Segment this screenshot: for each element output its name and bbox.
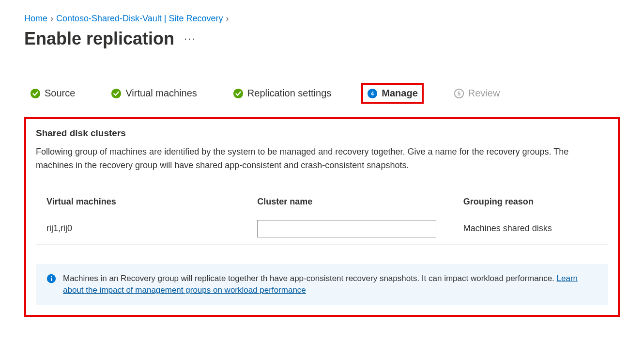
tab-virtual-machines[interactable]: Virtual machines xyxy=(105,83,202,104)
tab-label: Review xyxy=(468,88,500,99)
check-circle-icon xyxy=(30,88,41,99)
clusters-table: Virtual machines Cluster name Grouping r… xyxy=(36,194,608,245)
tab-review[interactable]: 5 Review xyxy=(448,83,506,104)
more-actions-button[interactable]: ··· xyxy=(184,32,196,45)
cell-virtual-machines: rij1,rij0 xyxy=(36,213,253,244)
col-virtual-machines: Virtual machines xyxy=(36,194,253,213)
cell-grouping-reason: Machines shared disks xyxy=(460,213,608,244)
tab-manage[interactable]: 4 Manage xyxy=(361,83,423,104)
svg-point-1 xyxy=(111,88,121,98)
wizard-tabs: Source Virtual machines Replication sett… xyxy=(24,83,620,104)
chevron-right-icon: › xyxy=(50,14,53,24)
svg-rect-8 xyxy=(51,278,52,281)
info-banner: Machines in an Recovery group will repli… xyxy=(36,264,608,305)
info-text: Machines in an Recovery group will repli… xyxy=(63,273,598,297)
tab-replication-settings[interactable]: Replication settings xyxy=(227,83,337,104)
col-cluster-name: Cluster name xyxy=(253,194,460,213)
check-circle-icon xyxy=(111,88,122,99)
breadcrumb-home[interactable]: Home xyxy=(24,14,47,24)
svg-point-0 xyxy=(31,88,40,98)
panel-description: Following group of machines are identifi… xyxy=(36,145,608,172)
svg-rect-9 xyxy=(51,276,52,277)
tab-label: Replication settings xyxy=(247,88,331,99)
chevron-right-icon: › xyxy=(226,14,229,24)
tab-label: Source xyxy=(45,88,75,99)
cluster-name-input[interactable] xyxy=(257,220,436,237)
info-icon xyxy=(46,274,56,283)
svg-text:5: 5 xyxy=(458,90,460,96)
tab-source[interactable]: Source xyxy=(24,83,81,104)
svg-text:4: 4 xyxy=(371,90,374,96)
manage-panel: Shared disk clusters Following group of … xyxy=(24,117,620,317)
svg-point-2 xyxy=(233,88,243,98)
step-number-icon: 4 xyxy=(367,88,378,99)
step-number-icon: 5 xyxy=(454,88,464,99)
breadcrumb: Home › Contoso-Shared-Disk-Vault | Site … xyxy=(24,14,620,24)
check-circle-icon xyxy=(233,88,244,99)
tab-label: Manage xyxy=(382,88,417,99)
table-row: rij1,rij0 Machines shared disks xyxy=(36,213,608,244)
panel-heading: Shared disk clusters xyxy=(36,128,608,139)
cell-cluster-name xyxy=(253,213,460,244)
col-grouping-reason: Grouping reason xyxy=(460,194,608,213)
breadcrumb-vault[interactable]: Contoso-Shared-Disk-Vault | Site Recover… xyxy=(56,14,223,24)
page-title: Enable replication xyxy=(24,29,174,49)
tab-label: Virtual machines xyxy=(125,88,197,99)
